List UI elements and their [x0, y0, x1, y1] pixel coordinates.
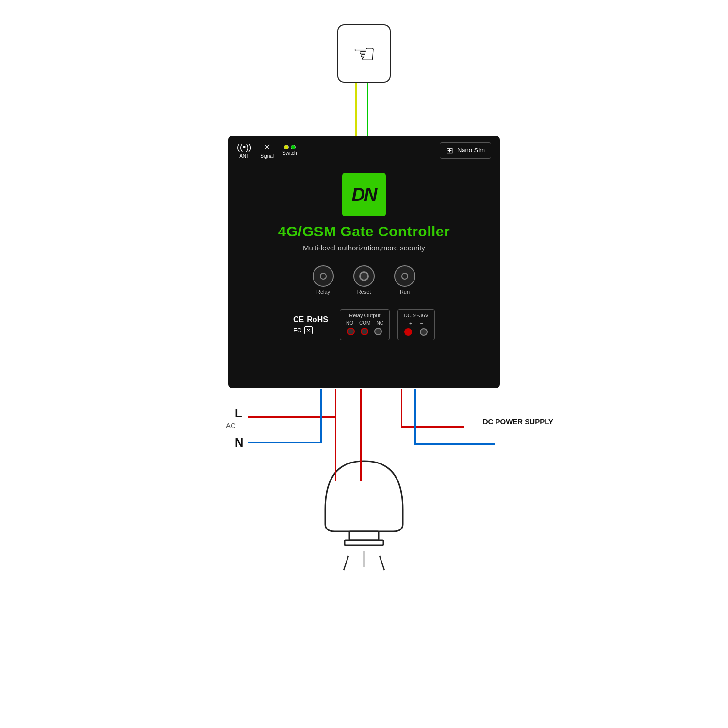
reset-circle [353, 265, 375, 287]
logo-box: DN [342, 173, 386, 216]
device-top-bar: ((•)) ANT ✳ Signal Switch [228, 136, 500, 163]
relay-label-no: NO [346, 320, 353, 326]
relay-output-title: Relay Output [349, 313, 380, 318]
terminal-dc-minus [420, 328, 428, 336]
relay-label: Relay [316, 289, 330, 295]
terminal-nc [374, 328, 382, 335]
relay-output-terminals [347, 328, 382, 335]
arrow-L: → [248, 413, 255, 420]
signal-icon: ✳ [264, 142, 271, 152]
wire-no-vertical [335, 389, 336, 418]
reset-indicator: Reset [353, 265, 375, 295]
reset-label: Reset [357, 289, 371, 295]
ant-icon: ((•)) [237, 142, 251, 152]
run-label: Run [400, 289, 410, 295]
relay-indicator: Relay [313, 265, 334, 295]
cert-rohs: RoHS [307, 315, 328, 324]
dc-power-title: DC 9~36V [404, 313, 429, 318]
svg-rect-1 [345, 540, 383, 545]
touch-icon: ☜ [352, 40, 376, 66]
dc-power-section: DC 9~36V + − [397, 309, 435, 340]
wire-no-horizontal [248, 416, 336, 418]
signal-group: ✳ Signal [260, 142, 274, 159]
cert-bottom: FC ✕ [293, 326, 332, 334]
dc-plus-label: + [409, 320, 412, 326]
terminal-no [347, 328, 355, 335]
relay-label-nc: NC [376, 320, 383, 326]
run-circle [394, 265, 415, 287]
top-icons-left: ((•)) ANT ✳ Signal Switch [237, 142, 297, 159]
relay-output-section: Relay Output NO COM NC [340, 309, 390, 340]
wire-lamp-left-vertical [335, 418, 336, 481]
signal-label: Signal [260, 153, 274, 159]
label-N: N [235, 436, 243, 449]
wire-dc-plus-vertical [401, 389, 402, 428]
dc-power-labels: + − [409, 320, 423, 326]
svg-line-3 [344, 556, 348, 570]
nano-sim-label: Nano Sim [457, 147, 485, 154]
svg-rect-0 [349, 531, 379, 540]
label-L: L [235, 407, 242, 420]
wire-yellow [355, 83, 357, 138]
touch-button: ☜ [337, 24, 391, 83]
wire-N-vertical [320, 389, 322, 443]
relay-output-labels: NO COM NC [346, 320, 383, 326]
product-subtitle: Multi-level authorization,more security [303, 244, 425, 252]
terminal-com [361, 328, 368, 335]
svg-line-4 [380, 556, 384, 570]
wire-dc-plus-horizontal [401, 426, 464, 428]
switch-circle-yellow [284, 145, 289, 149]
switch-group: Switch [282, 145, 297, 156]
switch-circles [284, 145, 296, 149]
switch-label: Switch [282, 150, 297, 156]
cert-top: CE RoHS [293, 315, 332, 324]
lamp-symbol [296, 447, 432, 584]
relay-circle [313, 265, 334, 287]
wire-com-vertical [360, 389, 362, 437]
cert-ce: CE [293, 315, 304, 324]
cert-section: CE RoHS FC ✕ [293, 309, 332, 340]
lamp-svg [296, 447, 432, 582]
wire-lamp-center-vertical [360, 437, 362, 481]
indicators-row: Relay Reset Run [313, 265, 415, 295]
switch-circle-green [291, 145, 296, 149]
ant-group: ((•)) ANT [237, 142, 251, 159]
dc-minus-label: − [420, 320, 423, 326]
terminal-dc-plus [404, 328, 412, 336]
relay-label-com: COM [359, 320, 370, 326]
wire-dc-minus-vertical [414, 389, 416, 445]
device-content: DN 4G/GSM Gate Controller Multi-level au… [228, 163, 500, 347]
cert-fc: FC [293, 327, 301, 334]
logo-text: DN [352, 184, 377, 205]
wire-green [367, 83, 368, 138]
run-indicator: Run [394, 265, 415, 295]
wire-N-horizontal [248, 442, 320, 443]
ant-label: ANT [239, 153, 249, 159]
nano-sim-box: ⊞ Nano Sim [440, 142, 491, 159]
device-body: ((•)) ANT ✳ Signal Switch [228, 136, 500, 388]
run-inner [401, 273, 408, 280]
wire-dc-minus-horizontal [414, 443, 495, 445]
cert-x: ✕ [304, 326, 313, 334]
reset-inner [359, 271, 369, 281]
dc-power-terminals [404, 328, 428, 336]
relay-inner [320, 273, 327, 280]
label-dc-power: DC POWER SUPPLY [483, 416, 553, 427]
label-AC: AC [226, 421, 236, 430]
product-title: 4G/GSM Gate Controller [278, 223, 450, 240]
sim-icon: ⊞ [446, 145, 453, 156]
device-bottom-bar: CE RoHS FC ✕ Relay Output NO COM NC [284, 304, 444, 347]
